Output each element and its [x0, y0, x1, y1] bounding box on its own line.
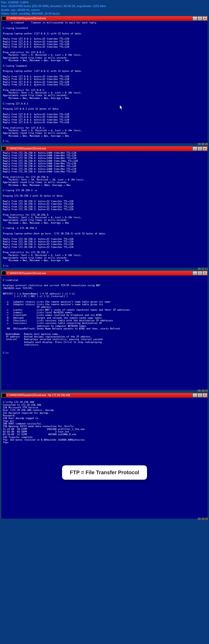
- titlebar[interactable]: C:\WINDOWS\system32\cmd.exe _ □ ×: [1, 271, 208, 276]
- close-button[interactable]: ×: [202, 271, 207, 275]
- file-video: Video: h264, yuv420p, 800x600, 10.00 fps…: [1, 12, 208, 15]
- window-title: C:\WINDOWS\system32\cmd.exe: [7, 147, 193, 150]
- terminal-output[interactable]: C:\>ftp 172.29.250.200 Connected to 172.…: [1, 398, 208, 518]
- minimize-button[interactable]: _: [193, 147, 197, 151]
- maximize-button[interactable]: □: [198, 16, 202, 21]
- titlebar[interactable]: C:\WINDOWS\system32\cmd.exe _ □ ×: [1, 16, 208, 21]
- cmd-window-3: C:\WINDOWS\system32\cmd.exe _ □ × C:\>nb…: [1, 271, 208, 390]
- minimize-button[interactable]: _: [193, 393, 197, 397]
- timecode: 00:18:25: [198, 389, 208, 392]
- maximize-button[interactable]: □: [198, 393, 202, 397]
- titlebar[interactable]: C:\WINDOWS\system32\cmd.exe _ □ ×: [1, 146, 208, 151]
- minimize-button[interactable]: _: [193, 16, 197, 21]
- file-size: Size: 263247656 bytes (251.05 MiB), dura…: [1, 4, 208, 8]
- cmd-window-ftp: C:\WINDOWS\system32\cmd.exe - ftp 172.29…: [1, 393, 208, 518]
- terminal-output[interactable]: C:\>nbtstat Displays protocol statistics…: [1, 276, 208, 390]
- timecode: 00:24:20: [198, 517, 208, 521]
- window-title: C:\WINDOWS\system32\cmd.exe: [7, 272, 193, 275]
- timecode: 00:06:06: [198, 143, 208, 146]
- cmd-icon: [2, 393, 6, 397]
- file-info-header: File: 31WIND~1.MP4 Size: 263247656 bytes…: [0, 0, 209, 16]
- cmd-icon: [2, 271, 6, 275]
- window-title: C:\WINDOWS\system32\cmd.exe - ftp 172.29…: [7, 394, 193, 397]
- close-button[interactable]: ×: [202, 393, 207, 397]
- timecode: 00:12:11: [198, 267, 208, 271]
- close-button[interactable]: ×: [202, 16, 207, 21]
- cmd-window-1: C:\WINDOWS\system32\cmd.exe _ □ × -w tim…: [1, 16, 208, 143]
- maximize-button[interactable]: □: [198, 271, 202, 275]
- titlebar[interactable]: C:\WINDOWS\system32\cmd.exe - ftp 172.29…: [1, 393, 208, 398]
- terminal-output[interactable]: -w timeout Timeout in milliseconds to wa…: [1, 21, 208, 143]
- cmd-icon: [2, 147, 6, 151]
- cmd-window-2: C:\WINDOWS\system32\cmd.exe _ □ × Reply …: [1, 146, 208, 268]
- terminal-output[interactable]: Reply from 172.30.250.4: bytes=1400 time…: [1, 151, 208, 268]
- close-button[interactable]: ×: [202, 147, 207, 151]
- file-name: File: 31WIND~1.MP4: [1, 1, 208, 4]
- file-audio: Audio: aac, 44100 Hz, stereo: [1, 8, 208, 12]
- ftp-caption-overlay: FTP = File Transfer Protocol: [62, 465, 147, 480]
- maximize-button[interactable]: □: [198, 147, 202, 151]
- cmd-icon: [2, 16, 6, 21]
- window-title: C:\WINDOWS\system32\cmd.exe: [7, 17, 193, 20]
- minimize-button[interactable]: _: [193, 271, 197, 275]
